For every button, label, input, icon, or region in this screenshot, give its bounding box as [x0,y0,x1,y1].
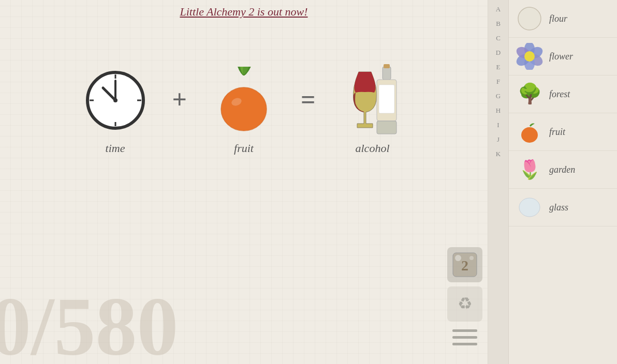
forest-item-icon: 🌳 [515,80,544,109]
flour-item-label: flour [549,13,567,24]
fruit-icon [208,64,280,136]
svg-rect-20 [384,64,390,68]
svg-point-35 [521,127,538,143]
menu-button[interactable] [447,326,482,348]
banner-link[interactable]: Little Alchemy 2 is out now! [180,5,307,18]
hamburger-line-1 [452,329,477,332]
alcohol-icon [336,64,409,136]
sidebar-letters: ABCDEFGHIJK [488,0,509,364]
letter-d[interactable]: D [488,46,508,60]
fruit-item-label: fruit [549,127,565,138]
items-count: 0/580 [0,279,178,364]
letter-b[interactable]: B [488,17,508,31]
svg-text:🌳: 🌳 [518,82,542,105]
time-icon [79,64,152,136]
svg-text:🌷: 🌷 [518,158,541,180]
letter-k[interactable]: K [488,147,508,161]
svg-point-26 [518,7,541,30]
garden-item-label: garden [549,164,575,175]
equation-item-fruit[interactable]: fruit [208,64,280,155]
hamburger-line-2 [452,336,477,339]
svg-point-33 [524,51,535,62]
bottom-right-icons: 2 ♻ [447,247,482,348]
sidebar: ABCDEFGHIJK flour flower 🌳 forest fruit … [488,0,617,364]
flower-item-label: flower [549,51,573,62]
recycle-button[interactable]: ♻ [447,286,482,322]
letter-c[interactable]: C [488,31,508,46]
garden-item-icon: 🌷 [515,155,544,184]
flower-item-icon [515,42,544,71]
svg-rect-19 [379,85,394,113]
glass-item-icon [515,193,544,222]
glass-item-label: glass [549,202,568,213]
alcohol-label: alcohol [356,142,390,155]
equation-item-time[interactable]: time [79,64,152,155]
letter-h[interactable]: H [488,103,508,118]
equals-operator: = [301,84,316,135]
plus-operator: + [172,84,187,135]
letter-g[interactable]: G [488,89,508,103]
hamburger-line-3 [452,343,477,345]
item-row-glass[interactable]: glass [509,189,617,226]
item-row-forest[interactable]: 🌳 forest [509,75,617,113]
svg-point-37 [519,198,540,217]
svg-text:2: 2 [461,257,468,274]
la2-button[interactable]: 2 [447,247,482,282]
banner: Little Alchemy 2 is out now! [0,0,488,23]
letter-i[interactable]: I [488,118,508,132]
svg-point-24 [469,256,474,260]
svg-point-23 [455,255,461,261]
item-row-flour[interactable]: flour [509,0,617,38]
items-list: flour flower 🌳 forest fruit 🌷 garden gla… [509,0,617,364]
forest-item-label: forest [549,89,570,100]
equation-item-alcohol[interactable]: alcohol [336,64,409,155]
equation-area: time + [79,64,409,155]
fruit-item-icon [515,117,544,146]
main-area: Little Alchemy 2 is out now! [0,0,488,364]
svg-rect-18 [377,121,396,134]
item-row-fruit[interactable]: fruit [509,113,617,151]
svg-rect-16 [383,67,391,80]
fruit-label: fruit [234,142,254,155]
letter-e[interactable]: E [488,60,508,74]
flour-item-icon [515,4,544,33]
letter-a[interactable]: A [488,2,508,17]
letter-f[interactable]: F [488,74,508,89]
time-label: time [106,142,125,155]
letter-j[interactable]: J [488,132,508,147]
item-row-flower[interactable]: flower [509,38,617,75]
item-row-garden[interactable]: 🌷 garden [509,151,617,189]
svg-text:♻: ♻ [458,294,473,313]
